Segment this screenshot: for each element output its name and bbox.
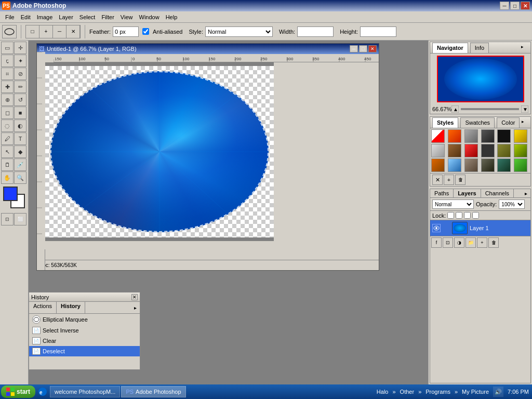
layer-delete-btn[interactable]: 🗑: [488, 237, 499, 248]
style-black[interactable]: [497, 129, 511, 143]
height-input[interactable]: [360, 26, 396, 37]
taskbar-photoshop-m[interactable]: welcome PhotoshopM...: [50, 386, 120, 397]
doc-close-btn[interactable]: ✕: [368, 45, 377, 52]
menu-select[interactable]: Select: [76, 13, 99, 21]
layers-menu-btn[interactable]: ▸: [521, 189, 530, 197]
tool-crop[interactable]: ⌗: [1, 68, 14, 80]
screen-mode-btn[interactable]: ⬜: [14, 213, 26, 225]
tool-magic-wand[interactable]: ✦: [14, 55, 26, 67]
tab-styles[interactable]: Styles: [432, 117, 458, 128]
style-tool-3[interactable]: 🗑: [455, 175, 466, 185]
style-dark3[interactable]: [481, 158, 495, 172]
doc-minimize-btn[interactable]: ─: [350, 45, 358, 52]
tool-marquee[interactable]: ▭: [1, 42, 14, 54]
tab-history[interactable]: History: [57, 302, 85, 313]
style-olive[interactable]: [497, 144, 511, 157]
menu-filter[interactable]: Filter: [98, 13, 117, 21]
tool-lasso[interactable]: ꞔ: [1, 55, 14, 67]
style-none[interactable]: [431, 129, 445, 143]
navigator-collapse-btn[interactable]: ▸: [521, 44, 528, 51]
history-menu-btn[interactable]: ▸: [130, 302, 140, 313]
tool-healing[interactable]: ✚: [1, 81, 14, 93]
lock-position-btn[interactable]: [464, 212, 471, 219]
foreground-color[interactable]: [3, 187, 18, 201]
tool-eyedropper[interactable]: 💉: [14, 158, 26, 171]
nav-zoom-slider[interactable]: [461, 108, 519, 110]
layer-group-btn[interactable]: 📁: [466, 237, 476, 248]
tool-gradient[interactable]: ■: [14, 107, 26, 119]
history-item-deselect[interactable]: 📄 Deselect: [29, 346, 140, 356]
menu-help[interactable]: Help: [163, 13, 181, 21]
start-button[interactable]: start: [1, 385, 35, 398]
style-subtract-btn[interactable]: ─: [53, 25, 66, 38]
menu-image[interactable]: Image: [34, 13, 56, 21]
style-add-btn[interactable]: +: [39, 25, 53, 38]
layer-visibility-btn[interactable]: [432, 224, 441, 232]
style-tool-2[interactable]: +: [444, 175, 454, 185]
style-yellow[interactable]: [514, 129, 527, 143]
menu-file[interactable]: File: [2, 13, 18, 21]
layer-mask-btn[interactable]: ⊡: [443, 237, 453, 248]
layers-opacity-select[interactable]: 100%: [499, 200, 525, 209]
style-green-yellow[interactable]: [514, 144, 527, 157]
menu-layer[interactable]: Layer: [56, 13, 76, 21]
feather-input[interactable]: [113, 26, 139, 37]
tab-info[interactable]: Info: [470, 43, 489, 53]
style-red[interactable]: [448, 129, 461, 143]
tool-slice[interactable]: ⊘: [14, 68, 26, 80]
tab-layers[interactable]: Layers: [454, 189, 481, 197]
styles-collapse-btn[interactable]: ▸: [522, 119, 528, 126]
tool-shape[interactable]: ◆: [14, 145, 26, 158]
tab-actions[interactable]: Actions: [29, 302, 57, 313]
menu-window[interactable]: Window: [136, 13, 163, 21]
canvas-content[interactable]: [45, 62, 274, 241]
history-item-select-inverse[interactable]: 📄 Select Inverse: [29, 325, 140, 336]
tool-type[interactable]: T: [14, 132, 26, 145]
menu-view[interactable]: View: [117, 13, 136, 21]
layer-1-item[interactable]: Layer 1: [430, 220, 530, 236]
style-texture[interactable]: [464, 158, 478, 172]
style-light-gray[interactable]: [431, 144, 445, 157]
lock-all-btn[interactable]: [472, 212, 479, 219]
tab-paths[interactable]: Paths: [430, 189, 454, 197]
style-red2[interactable]: [464, 144, 478, 157]
tool-hand[interactable]: ✋: [1, 171, 14, 184]
tool-zoom[interactable]: 🔍: [14, 171, 26, 184]
maximize-button[interactable]: □: [510, 2, 520, 10]
tab-navigator[interactable]: Navigator: [432, 43, 468, 53]
layers-mode-select[interactable]: Normal: [432, 200, 474, 209]
history-close-btn[interactable]: ✕: [131, 294, 138, 300]
lock-image-btn[interactable]: [456, 212, 462, 219]
layer-style-btn[interactable]: f: [431, 237, 442, 248]
style-teal[interactable]: [497, 158, 511, 172]
taskbar-ie-icon[interactable]: e: [36, 386, 49, 397]
tab-color[interactable]: Color: [497, 117, 520, 128]
style-dark2[interactable]: [481, 144, 495, 157]
style-sky[interactable]: [448, 158, 461, 172]
style-orange[interactable]: [431, 158, 445, 172]
tool-history-brush[interactable]: ↺: [14, 94, 26, 106]
tool-move[interactable]: ✛: [14, 42, 26, 54]
layer-new-btn[interactable]: +: [477, 237, 487, 248]
tool-dodge[interactable]: ◐: [14, 119, 26, 132]
tool-pen[interactable]: 🖊: [1, 132, 14, 145]
width-input[interactable]: [297, 26, 334, 37]
tool-clone[interactable]: ⊕: [1, 94, 14, 106]
quick-mask-btn[interactable]: ⊡: [1, 213, 14, 225]
tool-eraser[interactable]: ◻: [1, 107, 14, 119]
taskbar-photoshop[interactable]: PS Adobe Photoshop: [121, 386, 185, 397]
close-button[interactable]: ✕: [521, 2, 530, 10]
style-select[interactable]: Normal Fixed Aspect Ratio Fixed Size: [205, 26, 273, 37]
tab-swatches[interactable]: Swatches: [460, 117, 495, 128]
style-dark[interactable]: [481, 129, 495, 143]
lock-transparent-btn[interactable]: [447, 212, 454, 219]
style-normal-btn[interactable]: □: [26, 25, 39, 38]
volume-icon[interactable]: 🔊: [493, 387, 503, 397]
style-gray[interactable]: [464, 129, 478, 143]
style-intersect-btn[interactable]: ✕: [66, 25, 80, 38]
zoom-in-icon[interactable]: ▼: [521, 105, 528, 113]
zoom-out-icon[interactable]: ▲: [451, 105, 459, 113]
tool-notes[interactable]: 🗒: [1, 158, 14, 171]
style-bright-green[interactable]: [514, 158, 527, 172]
tab-channels[interactable]: Channels: [481, 189, 514, 197]
